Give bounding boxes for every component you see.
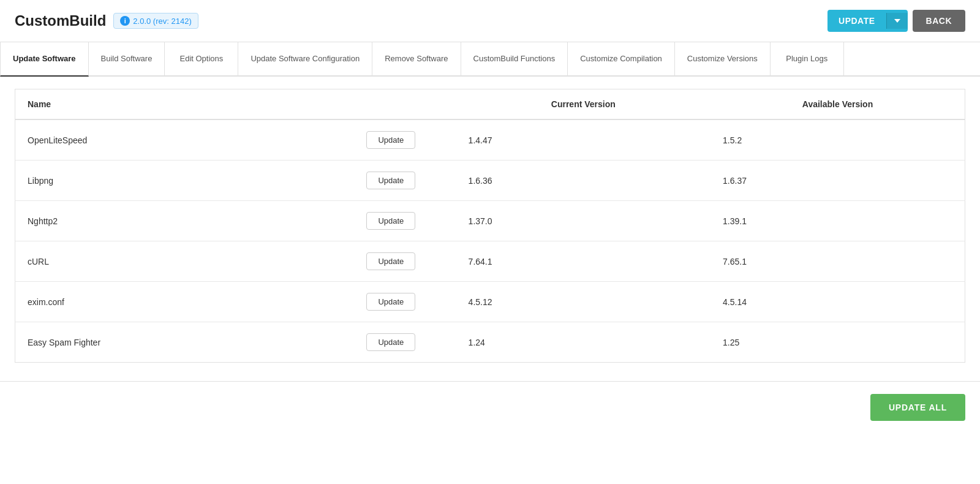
info-icon: i: [120, 16, 130, 26]
tab-plugin-logs[interactable]: Plugin Logs: [771, 42, 844, 75]
update-dropdown-arrow[interactable]: [886, 13, 908, 29]
row-update-button[interactable]: Update: [366, 252, 415, 270]
row-update-button[interactable]: Update: [366, 172, 415, 189]
update-btn-cell: Update: [354, 201, 456, 241]
tab-update-software[interactable]: Update Software: [0, 42, 89, 77]
col-header-name: Name: [15, 89, 355, 120]
app-container: CustomBuild i 2.0.0 (rev: 2142) UPDATE B…: [0, 0, 980, 484]
back-button[interactable]: BACK: [913, 10, 965, 32]
footer-area: UPDATE ALL: [0, 381, 980, 433]
current-version: 1.4.47: [456, 119, 710, 161]
row-update-button[interactable]: Update: [366, 293, 415, 311]
header-right: UPDATE BACK: [827, 10, 965, 32]
update-button[interactable]: UPDATE: [827, 10, 908, 32]
software-name: OpenLiteSpeed: [15, 119, 355, 161]
header: CustomBuild i 2.0.0 (rev: 2142) UPDATE B…: [0, 0, 980, 42]
software-name: exim.conf: [15, 282, 355, 322]
current-version: 1.6.36: [456, 161, 710, 201]
tab-update-software-config[interactable]: Update Software Configuration: [238, 42, 372, 75]
table-row: Easy Spam FighterUpdate1.241.25: [15, 322, 965, 363]
software-table: Name Current Version Available Version O…: [15, 89, 965, 363]
update-all-button[interactable]: UPDATE ALL: [870, 394, 965, 421]
nav-tabs: Update SoftwareBuild SoftwareEdit Option…: [0, 42, 980, 77]
tab-customize-compilation[interactable]: Customize Compilation: [568, 42, 675, 75]
col-header-action: [354, 89, 456, 120]
update-btn-cell: Update: [354, 282, 456, 322]
tab-edit-options[interactable]: Edit Options: [165, 42, 238, 75]
table-row: Nghttp2Update1.37.01.39.1: [15, 201, 965, 241]
tab-customize-versions[interactable]: Customize Versions: [675, 42, 771, 75]
update-btn-cell: Update: [354, 322, 456, 363]
software-name: Libpng: [15, 161, 355, 201]
available-version: 1.6.37: [710, 161, 965, 201]
available-version: 4.5.14: [710, 282, 965, 322]
available-version: 7.65.1: [710, 241, 965, 282]
table-row: exim.confUpdate4.5.124.5.14: [15, 282, 965, 322]
header-left: CustomBuild i 2.0.0 (rev: 2142): [15, 12, 198, 29]
software-name: cURL: [15, 241, 355, 282]
row-update-button[interactable]: Update: [366, 212, 415, 230]
row-update-button[interactable]: Update: [366, 131, 415, 149]
tab-build-software[interactable]: Build Software: [89, 42, 165, 75]
available-version: 1.39.1: [710, 201, 965, 241]
chevron-down-icon: [894, 19, 900, 23]
app-title: CustomBuild: [15, 12, 106, 29]
tab-remove-software[interactable]: Remove Software: [372, 42, 461, 75]
software-name: Easy Spam Fighter: [15, 322, 355, 363]
update-button-label: UPDATE: [827, 10, 886, 32]
update-btn-cell: Update: [354, 241, 456, 282]
table-row: OpenLiteSpeedUpdate1.4.471.5.2: [15, 119, 965, 161]
current-version: 1.24: [456, 322, 710, 363]
table-row: LibpngUpdate1.6.361.6.37: [15, 161, 965, 201]
current-version: 1.37.0: [456, 201, 710, 241]
current-version: 4.5.12: [456, 282, 710, 322]
col-header-available: Available Version: [710, 89, 965, 120]
software-name: Nghttp2: [15, 201, 355, 241]
available-version: 1.5.2: [710, 119, 965, 161]
col-header-current: Current Version: [456, 89, 710, 120]
available-version: 1.25: [710, 322, 965, 363]
update-btn-cell: Update: [354, 119, 456, 161]
version-badge: i 2.0.0 (rev: 2142): [113, 13, 198, 29]
tab-custombuild-functions[interactable]: CustomBuild Functions: [461, 42, 568, 75]
update-btn-cell: Update: [354, 161, 456, 201]
main-content: Name Current Version Available Version O…: [0, 77, 980, 375]
row-update-button[interactable]: Update: [366, 333, 415, 351]
current-version: 7.64.1: [456, 241, 710, 282]
table-row: cURLUpdate7.64.17.65.1: [15, 241, 965, 282]
version-text: 2.0.0 (rev: 2142): [133, 17, 191, 26]
